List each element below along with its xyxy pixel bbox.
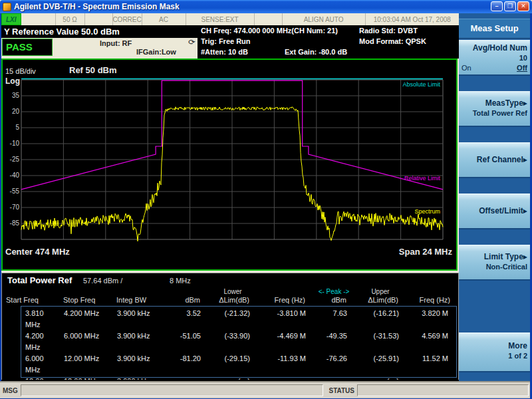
table-cell: (-29.15) — [209, 353, 258, 376]
column-header: Start Freq — [2, 296, 59, 304]
softkey-value: 10 — [462, 53, 527, 63]
status-cell-empty — [85, 13, 113, 25]
status-cell-empty — [21, 13, 56, 25]
minimize-button[interactable]: – — [491, 1, 503, 11]
y-tick-label: -55 — [10, 188, 20, 195]
column-header: ΔLim(dB) — [354, 296, 406, 304]
column-header: dBm — [170, 296, 208, 304]
table-cell: 6.000 MHz — [21, 353, 60, 376]
ch-freq-readout: CH Freq: 474.000 000 MHz(CH Num: 21) — [201, 27, 338, 35]
table-cell: -11.93 M — [258, 353, 314, 376]
softkey-more[interactable]: More 1 of 2 — [459, 332, 530, 372]
active-function-readout: Y Reference Value 50.0 dBm — [1, 25, 198, 38]
results-table: Total Power Ref 57.64 dBm / 8 MHz Lower … — [1, 273, 459, 380]
toggle-off-label: Off — [517, 63, 527, 73]
softkey-limit-type[interactable]: Limit Type▶ Non-Critical — [459, 245, 530, 281]
column-header: Integ BW — [112, 296, 170, 304]
softkey-value: Non-Critical — [462, 262, 527, 271]
window-title: Agilent DVB-T/H - Spectrum Emission Mask — [14, 2, 180, 11]
table-cell: 4.569 M — [407, 331, 456, 353]
table-cell: 7.63 — [314, 308, 355, 331]
spectrum-plot: 35205-10-25-40-55-70-85 Absolute Limit R… — [3, 60, 456, 269]
status-label: STATUS — [326, 387, 357, 394]
table-cell: 12.00 MHz — [60, 353, 113, 376]
y-axis-ticks: 35205-10-25-40-55-70-85 — [10, 92, 20, 227]
softkey-ref-channel[interactable]: Ref Channel▶ — [459, 142, 530, 178]
softkey-label: Offset/Limit — [479, 206, 523, 216]
coupling-status: AC — [142, 13, 186, 25]
measurement-info-panel: CH Freq: 474.000 000 MHz(CH Num: 21) Rad… — [198, 25, 459, 59]
mod-format-readout: Mod Format: QPSK — [359, 37, 426, 45]
submenu-arrow-icon: ▶ — [523, 155, 527, 165]
table-cell: 3.810 MHz — [21, 308, 60, 331]
impedance-status: 50 Ω — [56, 13, 85, 25]
softkey-label: Avg/Hold Num — [462, 43, 527, 53]
table-cell: 4.200 MHz — [21, 331, 60, 353]
table-cell: -51.05 — [170, 331, 209, 353]
spectrum-display: 35205-10-25-40-55-70-85 Absolute Limit R… — [1, 59, 458, 271]
lower-group-label: Lower — [208, 288, 257, 295]
scale-per-div-label: 15 dB/div — [5, 67, 36, 75]
message-bar: MSG STATUS — [0, 381, 530, 398]
log-scale-label: Log — [5, 76, 20, 86]
total-power-bandwidth: 8 MHz — [170, 277, 191, 285]
close-button[interactable]: ✕ — [517, 1, 529, 11]
relative-limit-label: Relative Limit — [404, 175, 441, 182]
status-cell-empty — [255, 13, 283, 25]
spectrum-label: Spectrum — [414, 208, 440, 215]
atten-readout: #Atten: 10 dB — [201, 48, 248, 56]
table-cell: 6.000 MHz — [60, 331, 113, 353]
title-bar: Agilent DVB-T/H - Spectrum Emission Mask… — [0, 0, 532, 13]
column-header: Freq (Hz) — [257, 296, 313, 304]
table-cell: 3.900 kHz — [113, 308, 170, 331]
table-cell: 11.52 M — [407, 353, 456, 376]
table-cell: 4.200 MHz — [60, 308, 113, 331]
pass-fail-indicator: PASS — [2, 39, 53, 56]
upper-group-label: Upper — [354, 288, 406, 295]
clock: 10:03:04 AM Oct 17, 2008 — [366, 13, 459, 25]
submenu-arrow-icon: ▶ — [523, 206, 527, 216]
y-tick-label: 35 — [12, 92, 20, 99]
app-window: Agilent DVB-T/H - Spectrum Emission Mask… — [0, 0, 532, 399]
softkey-label: Limit Type — [484, 252, 523, 261]
table-cell: -49.35 — [314, 331, 355, 353]
y-tick-label: -70 — [10, 203, 20, 211]
column-header: dBm — [313, 296, 354, 304]
table-group-headers: Lower <- Peak -> Upper — [2, 288, 458, 295]
table-cell: -4.469 M — [258, 331, 314, 353]
ref-level-label: Ref 50 dBm — [69, 65, 117, 75]
y-tick-label: -85 — [10, 219, 20, 227]
ext-gain-readout: Ext Gain: -80.0 dB — [285, 48, 347, 56]
table-rows-box: 3.810 MHz4.200 MHz3.900 kHz3.52(-21.32)-… — [21, 306, 457, 378]
status-strip: LXI 50 Ω CORREC AC SENSE:EXT ALIGN AUTO … — [1, 13, 459, 26]
span-label: Span 24 MHz — [399, 247, 452, 257]
table-cell: 3.900 kHz — [113, 353, 170, 376]
peak-group-label: <- Peak -> — [313, 288, 354, 295]
column-header: Freq (Hz) — [406, 296, 458, 304]
softkey-label: Ref Channel — [477, 155, 523, 165]
lxi-badge: LXI — [1, 13, 21, 25]
table-cell: (-25.91) — [355, 353, 407, 376]
softkey-avg-hold-num[interactable]: Avg/Hold Num 10 On Off — [459, 40, 530, 76]
table-cell: (-31.53) — [355, 331, 407, 353]
softkey-meas-type[interactable]: MeasType▶ Total Power Ref — [459, 91, 530, 127]
table-cell: 3.820 M — [407, 308, 456, 331]
softkey-offset-limit[interactable]: Offset/Limit▶ — [459, 194, 530, 229]
table-column-headers: Start FreqStop FreqInteg BWdBmΔLim(dB)Fr… — [2, 296, 458, 304]
table-cell: (-21.32) — [209, 308, 258, 331]
table-cell: 3.52 — [170, 308, 209, 331]
y-tick-label: -40 — [10, 172, 20, 179]
table-cell: -3.810 M — [258, 308, 314, 331]
trigger-readout: Trig: Free Run — [201, 37, 251, 45]
radio-std-readout: Radio Std: DVBT — [359, 27, 418, 35]
absolute-limit-label: Absolute Limit — [402, 81, 440, 88]
column-header: ΔLim(dB) — [208, 296, 257, 304]
submenu-arrow-icon: ▶ — [523, 100, 527, 106]
align-status: ALIGN AUTO — [283, 13, 366, 25]
free-run-trigger-icon: ⟳ — [188, 39, 196, 47]
ifgain-label: IFGain:Low — [136, 48, 176, 56]
softkey-label: More — [462, 341, 527, 351]
y-tick-label: -10 — [10, 140, 20, 147]
maximize-button[interactable]: ❐ — [504, 1, 516, 11]
submenu-arrow-icon: ▶ — [523, 254, 527, 260]
